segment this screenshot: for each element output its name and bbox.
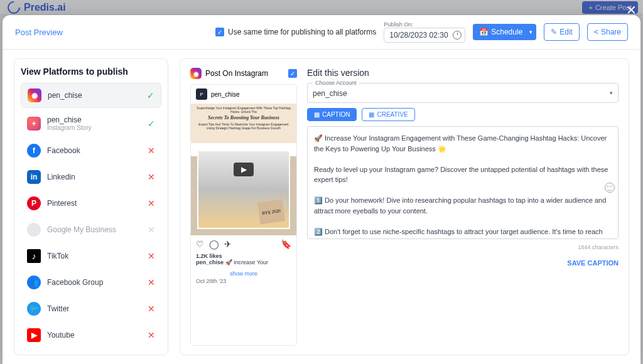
tab-creative[interactable]: ▦ CREATIVE (362, 108, 414, 121)
share-label: Share (601, 28, 621, 36)
x-icon: ✕ (148, 172, 155, 182)
choose-account-label: Choose Account (313, 80, 359, 86)
clock-icon (453, 31, 462, 40)
platforms-panel: View Platforms to publish ◉ pen_chise ✓ … (14, 58, 168, 355)
platform-label: Youtube (47, 331, 141, 340)
preview-caption: 1.2K likes pen_chise 🚀 Increase Your (191, 253, 296, 269)
preview-account-row: P pen_chise (191, 85, 296, 104)
instagram-preview-card: P pen_chise Supercharge Your Instagram E… (190, 84, 297, 346)
facebook-group-icon: 👥 (27, 276, 41, 289)
pinterest-icon: P (27, 196, 41, 210)
likes-count: 1.2K likes (196, 253, 291, 259)
platform-label: TikTok (47, 252, 141, 260)
close-icon[interactable]: ✕ (626, 3, 637, 18)
platform-facebook[interactable]: f Facebook ✕ (21, 139, 161, 163)
schedule-button[interactable]: 📅 Schedule (473, 24, 536, 40)
platform-pinterest[interactable]: P Pinterest ✕ (21, 191, 161, 215)
preview-header: ◉ Post On Instagram ✓ (190, 68, 297, 79)
modal-header: Post Preview ✓ Use same time for publish… (3, 15, 640, 50)
post-on-label: Post On Instagram (205, 69, 284, 78)
same-time-label: Use same time for publishing to all plat… (228, 28, 376, 36)
editor-tabs: ▦ CAPTION ▦ CREATIVE (307, 108, 619, 121)
x-icon: ✕ (148, 198, 155, 208)
creative-tab-icon: ▦ (369, 111, 374, 118)
preview-column: ◉ Post On Instagram ✓ P pen_chise Superc… (190, 68, 297, 346)
edit-button[interactable]: ✎ Edit (544, 23, 580, 41)
platform-label: Facebook Group (47, 278, 141, 287)
facebook-icon: f (27, 144, 41, 158)
save-caption-button[interactable]: SAVE CAPTION (307, 259, 619, 267)
emoji-icon[interactable] (605, 183, 615, 193)
share-button[interactable]: < Share (587, 23, 628, 41)
share-icon: < (594, 28, 598, 36)
publish-on-group: Publish On: (384, 21, 465, 43)
bookmark-icon[interactable]: 🔖 (281, 239, 291, 249)
x-icon: ✕ (148, 225, 155, 235)
heart-icon[interactable]: ♡ (196, 239, 204, 249)
platform-label: Facebook (47, 146, 141, 155)
same-time-checkbox-row[interactable]: ✓ Use same time for publishing to all pl… (215, 28, 376, 36)
comment-icon[interactable]: ◯ (209, 239, 219, 249)
platform-label: Linkedin (47, 173, 141, 181)
checkbox-checked-icon: ✓ (215, 28, 224, 36)
twitter-icon: 🐦 (27, 302, 41, 316)
gmb-icon (27, 223, 41, 237)
platform-label: Twitter (47, 304, 141, 313)
platform-gmb[interactable]: Google My Business ✕ (21, 218, 161, 242)
platform-label: pen_chise (48, 91, 141, 100)
calendar-icon: 📅 (479, 28, 489, 36)
media-text-overlay: Supercharge Your Instagram Engagement Wi… (196, 106, 291, 130)
instagram-icon: ◉ (190, 68, 202, 79)
play-icon[interactable]: ▶ (234, 163, 254, 176)
chevron-down-icon: ▾ (610, 90, 613, 96)
platform-facebook-group[interactable]: 👥 Facebook Group ✕ (21, 270, 161, 294)
check-icon: ✓ (148, 119, 155, 129)
publish-on-label: Publish On: (384, 21, 465, 28)
platform-sublabel: Instagram Story (47, 124, 141, 131)
platform-tiktok[interactable]: ♪ TikTok ✕ (21, 244, 161, 268)
pencil-icon: ✎ (551, 28, 557, 36)
tiktok-icon: ♪ (27, 249, 41, 263)
preview-account: pen_chise (211, 91, 240, 98)
platform-linkedin[interactable]: in Linkedin ✕ (21, 165, 161, 189)
show-more-link[interactable]: show more (191, 269, 296, 278)
instagram-icon: ◉ (28, 88, 41, 102)
check-icon: ✓ (147, 90, 154, 100)
caption-tab-icon: ▦ (314, 111, 320, 118)
youtube-icon: ▶ (27, 328, 41, 342)
x-icon: ✕ (148, 146, 155, 156)
x-icon: ✕ (148, 304, 155, 314)
platform-label: pen_chise (47, 115, 141, 124)
preview-date: Oct 28th '23 (191, 278, 296, 288)
story-icon: + (27, 117, 41, 131)
avatar: P (196, 88, 207, 100)
platforms-title: View Platforms to publish (21, 67, 161, 77)
edit-title: Edit this version (307, 68, 619, 78)
edit-column: Edit this version Choose Account pen_chi… (307, 68, 619, 346)
preview-media[interactable]: Supercharge Your Instagram Engagement Wi… (191, 104, 296, 235)
schedule-label: Schedule (491, 28, 522, 36)
choose-account-value: pen_chise (313, 89, 347, 98)
platform-label: Google My Business (47, 225, 141, 234)
platform-youtube[interactable]: ▶ Youtube ✕ (21, 323, 161, 347)
linkedin-icon: in (27, 170, 41, 184)
post-preview-tab[interactable]: Post Preview (15, 28, 63, 37)
modal-body: View Platforms to publish ◉ pen_chise ✓ … (3, 50, 640, 364)
platform-instagram-story[interactable]: + pen_chise Instagram Story ✓ (21, 110, 161, 136)
tab-caption[interactable]: ▦ CAPTION (307, 108, 357, 121)
editor-panel: ◉ Post On Instagram ✓ P pen_chise Superc… (180, 58, 629, 355)
character-count: 1844 characters (307, 244, 619, 250)
platform-twitter[interactable]: 🐦 Twitter ✕ (21, 297, 161, 321)
choose-account-select[interactable]: Choose Account pen_chise ▾ (307, 83, 619, 103)
x-icon: ✕ (148, 330, 155, 340)
x-icon: ✕ (148, 251, 155, 261)
platform-instagram[interactable]: ◉ pen_chise ✓ (21, 83, 161, 108)
sign-prop: BYE 2020 (257, 199, 285, 224)
platform-label: Pinterest (47, 199, 141, 208)
edit-label: Edit (559, 28, 573, 36)
checkbox-checked-icon[interactable]: ✓ (288, 69, 297, 78)
caption-textarea[interactable]: 🚀 Increase Your Instagram Engagement wit… (307, 126, 619, 239)
x-icon: ✕ (148, 277, 155, 287)
send-icon[interactable]: ✈ (224, 239, 232, 249)
preview-actions: ♡ ◯ ✈ 🔖 (191, 235, 296, 253)
